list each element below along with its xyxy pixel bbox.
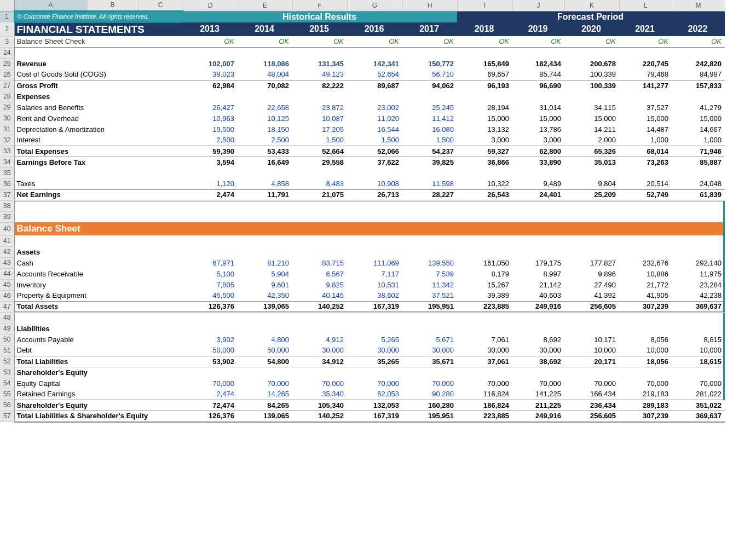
ec-22[interactable]: 70,000 (672, 378, 725, 389)
tax-19[interactable]: 9,489 (512, 178, 564, 189)
tax-14[interactable]: 4,858 (238, 178, 292, 189)
re-16[interactable]: 62,053 (347, 389, 402, 400)
pe-22[interactable]: 42,238 (672, 290, 725, 301)
inv-20[interactable]: 27,490 (564, 279, 619, 290)
tax-15[interactable]: 8,483 (292, 178, 347, 189)
da-22[interactable]: 14,667 (672, 124, 725, 135)
blank-49[interactable] (183, 323, 672, 334)
salaries-label[interactable]: Salaries and Benefits (14, 102, 183, 113)
sal-21[interactable]: 37,527 (619, 102, 672, 113)
col-header-A[interactable]: A (14, 0, 87, 11)
ne-18[interactable]: 26,543 (457, 189, 512, 200)
te-21[interactable]: 68,014 (619, 146, 672, 157)
revenue-2015[interactable]: 131,345 (292, 58, 347, 69)
gp-2022[interactable]: 157,833 (672, 80, 725, 91)
tlse-label[interactable]: Total Liabilities & Shareholder's Equity (14, 411, 183, 421)
col-header-F[interactable]: F (292, 0, 347, 11)
ap-17[interactable]: 5,671 (402, 334, 457, 345)
tax-20[interactable]: 9,804 (564, 178, 619, 189)
blank-41m[interactable] (672, 235, 725, 246)
row-header-42[interactable]: 42 (0, 246, 14, 257)
col-header-G[interactable]: G (347, 0, 402, 11)
copyright-cell[interactable]: © Corporate Finance Institute. All right… (14, 11, 183, 22)
debt-20[interactable]: 10,000 (564, 345, 619, 356)
int-13[interactable]: 2,500 (183, 135, 238, 146)
debt-label[interactable]: Debt (14, 345, 183, 356)
inv-22[interactable]: 23,284 (672, 279, 725, 290)
da-14[interactable]: 18,150 (238, 124, 292, 135)
cogs-2015[interactable]: 49,123 (292, 69, 347, 80)
inv-19[interactable]: 21,142 (512, 279, 564, 290)
te-19[interactable]: 62,800 (512, 146, 564, 157)
row-header-29[interactable]: 29 (0, 102, 14, 113)
tlse-21[interactable]: 307,239 (619, 411, 672, 421)
blank-35[interactable] (14, 168, 725, 178)
se-17[interactable]: 160,280 (402, 400, 457, 411)
ap-22[interactable]: 8,615 (672, 334, 725, 345)
rent-22[interactable]: 15,000 (672, 113, 725, 124)
cogs-label[interactable]: Cost of Goods Sold (COGS) (14, 69, 183, 80)
ta-15[interactable]: 140,252 (292, 301, 347, 312)
revenue-2021[interactable]: 220,745 (619, 58, 672, 69)
tl-22[interactable]: 18,615 (672, 356, 725, 367)
pe-20[interactable]: 41,392 (564, 290, 619, 301)
row-header-56[interactable]: 56 (0, 400, 14, 411)
row-header-48[interactable]: 48 (0, 312, 14, 323)
row-header-2[interactable]: 2 (0, 22, 14, 37)
year-2014[interactable]: 2014 (238, 22, 292, 37)
ap-16[interactable]: 5,265 (347, 334, 402, 345)
row-header-46[interactable]: 46 (0, 290, 14, 301)
cogs-2016[interactable]: 52,654 (347, 69, 402, 80)
row-header-38[interactable]: 38 (0, 200, 14, 211)
net-earnings-label[interactable]: Net Earnings (14, 189, 183, 200)
year-2013[interactable]: 2013 (183, 22, 238, 37)
row-header-1[interactable]: 1 (0, 11, 14, 22)
taxes-label[interactable]: Taxes (14, 178, 183, 189)
blank-38[interactable] (14, 200, 672, 211)
debt-22[interactable]: 10,000 (672, 345, 725, 356)
ar-13[interactable]: 5,100 (183, 268, 238, 279)
ar-14[interactable]: 5,904 (238, 268, 292, 279)
cash-22[interactable]: 292,140 (672, 257, 725, 268)
pe-label[interactable]: Property & Equipment (14, 290, 183, 301)
year-2021[interactable]: 2021 (619, 22, 672, 37)
row-header-43[interactable]: 43 (0, 257, 14, 268)
cogs-2021[interactable]: 79,468 (619, 69, 672, 80)
tl-14[interactable]: 54,800 (238, 356, 292, 367)
row-header-33[interactable]: 33 (0, 146, 14, 157)
year-2018[interactable]: 2018 (457, 22, 512, 37)
revenue-2020[interactable]: 200,678 (564, 58, 619, 69)
row-header-35[interactable]: 35 (0, 168, 14, 178)
ebt-14[interactable]: 16,649 (238, 157, 292, 168)
tlse-16[interactable]: 167,319 (347, 411, 402, 421)
debt-13[interactable]: 50,000 (183, 345, 238, 356)
re-21[interactable]: 219,183 (619, 389, 672, 400)
ok-2020[interactable]: OK (564, 36, 619, 47)
tax-21[interactable]: 20,514 (619, 178, 672, 189)
revenue-label[interactable]: Revenue (14, 58, 183, 69)
ap-18[interactable]: 7,061 (457, 334, 512, 345)
blank-38m[interactable] (672, 200, 725, 211)
ta-18[interactable]: 223,885 (457, 301, 512, 312)
row-header-47[interactable]: 47 (0, 301, 14, 312)
ap-label[interactable]: Accounts Payable (14, 334, 183, 345)
blank-row-24[interactable] (14, 47, 725, 58)
sal-15[interactable]: 23,872 (292, 102, 347, 113)
row-header-40[interactable]: 40 (0, 222, 14, 235)
se-total-label[interactable]: Shareholder's Equity (14, 400, 183, 411)
ap-21[interactable]: 8,056 (619, 334, 672, 345)
ok-2014[interactable]: OK (238, 36, 292, 47)
pe-16[interactable]: 38,602 (347, 290, 402, 301)
year-2017[interactable]: 2017 (402, 22, 457, 37)
ebt-20[interactable]: 35,013 (564, 157, 619, 168)
ec-15[interactable]: 70,000 (292, 378, 347, 389)
interest-label[interactable]: Interest (14, 135, 183, 146)
ar-19[interactable]: 8,997 (512, 268, 564, 279)
da-13[interactable]: 19,500 (183, 124, 238, 135)
col-header-H[interactable]: H (402, 0, 457, 11)
spreadsheet-grid[interactable]: A B C D E F G H I J K L M 1 © Corporate … (0, 0, 725, 423)
year-2022[interactable]: 2022 (672, 22, 725, 37)
da-label[interactable]: Depreciation & Amortization (14, 124, 183, 135)
ebt-18[interactable]: 36,866 (457, 157, 512, 168)
blank-42[interactable] (183, 246, 672, 257)
